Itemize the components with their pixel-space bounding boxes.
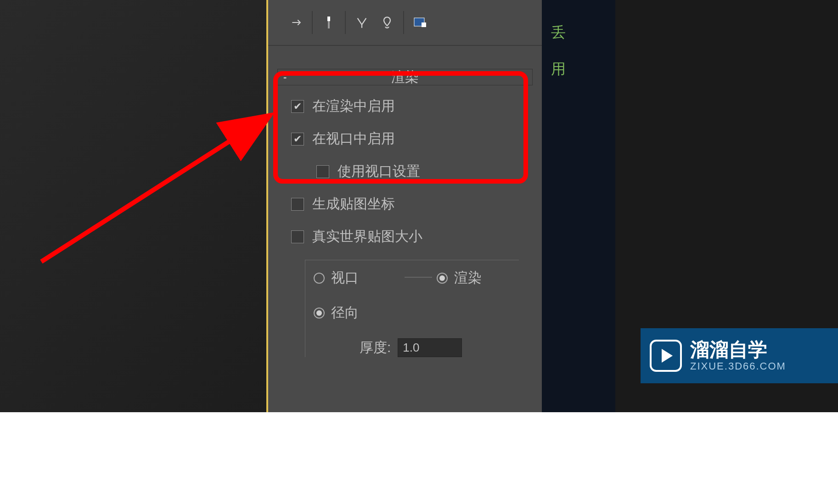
- tool-icon-1[interactable]: [320, 13, 338, 32]
- command-panel: - 渲染 在渲染中启用 在视口中启用 使用视口设置 生成贴图坐标: [266, 0, 542, 412]
- right-strip-text-2: 用: [551, 50, 615, 87]
- radio-label: 视口: [331, 269, 359, 287]
- radio-radial[interactable]: 径向: [314, 303, 519, 322]
- right-strip: 丢 用: [542, 0, 615, 412]
- radio-render[interactable]: 渲染: [437, 269, 482, 287]
- pin-icon[interactable]: [287, 13, 305, 32]
- toolbar-divider: [403, 11, 404, 34]
- svg-rect-1: [328, 21, 330, 28]
- tool-icon-2[interactable]: [353, 13, 371, 32]
- thickness-spinner[interactable]: 1.0: [398, 338, 462, 357]
- svg-rect-0: [327, 17, 330, 21]
- checkbox-label: 真实世界贴图大小: [312, 227, 422, 246]
- watermark: 溜溜自学 ZIXUE.3D66.COM: [641, 328, 838, 383]
- checkbox-enable-in-render[interactable]: 在渲染中启用: [291, 97, 519, 116]
- thickness-label: 厚度:: [360, 338, 391, 357]
- tool-icon-3[interactable]: [378, 13, 396, 32]
- checkbox-use-viewport-settings[interactable]: 使用视口设置: [316, 162, 519, 181]
- toolbar-divider: [312, 11, 313, 34]
- checkbox-icon: [316, 165, 329, 178]
- rollout-body: 在渲染中启用 在视口中启用 使用视口设置 生成贴图坐标 真实世界贴图大小: [277, 85, 533, 366]
- checkbox-real-world-map-size[interactable]: 真实世界贴图大小: [291, 227, 519, 246]
- svg-rect-3: [422, 22, 426, 27]
- radio-row-top: 视口 渲染: [314, 269, 519, 287]
- radio-viewport[interactable]: 视口: [314, 269, 359, 287]
- toolbar-divider: [345, 11, 346, 34]
- rollout-toggle-icon: -: [283, 71, 287, 83]
- checkbox-icon: [291, 230, 304, 243]
- watermark-logo-icon: [650, 340, 682, 372]
- right-strip-text-1: 丢: [551, 14, 615, 50]
- panel-toolbar: [268, 0, 542, 46]
- checkbox-icon: [291, 100, 304, 113]
- radio-section: 视口 渲染 径向 厚度: 1.0: [305, 260, 519, 357]
- checkbox-icon: [291, 133, 304, 146]
- watermark-text: 溜溜自学 ZIXUE.3D66.COM: [690, 339, 786, 372]
- tool-icon-4[interactable]: [411, 13, 429, 32]
- checkbox-label: 生成贴图坐标: [312, 195, 395, 213]
- radio-icon: [314, 273, 325, 284]
- radio-icon: [437, 273, 448, 284]
- rollout-header[interactable]: - 渲染: [277, 69, 533, 85]
- checkbox-icon: [291, 198, 304, 211]
- bottom-whitespace: [0, 412, 838, 504]
- checkbox-label: 使用视口设置: [337, 162, 420, 181]
- watermark-title: 溜溜自学: [690, 339, 786, 360]
- radio-label: 渲染: [454, 269, 482, 287]
- render-rollout: - 渲染 在渲染中启用 在视口中启用 使用视口设置 生成贴图坐标: [277, 69, 533, 366]
- checkbox-label: 在渲染中启用: [312, 97, 395, 116]
- thickness-row: 厚度: 1.0: [360, 338, 519, 357]
- rollout-title: 渲染: [391, 68, 419, 87]
- viewport-area: [0, 0, 266, 412]
- checkbox-label: 在视口中启用: [312, 129, 395, 148]
- checkbox-enable-in-viewport[interactable]: 在视口中启用: [291, 129, 519, 148]
- watermark-url: ZIXUE.3D66.COM: [690, 360, 786, 372]
- radio-label: 径向: [331, 303, 359, 322]
- radio-icon: [314, 308, 325, 319]
- checkbox-generate-mapping-coords[interactable]: 生成贴图坐标: [291, 195, 519, 213]
- radio-link-line: [405, 277, 432, 278]
